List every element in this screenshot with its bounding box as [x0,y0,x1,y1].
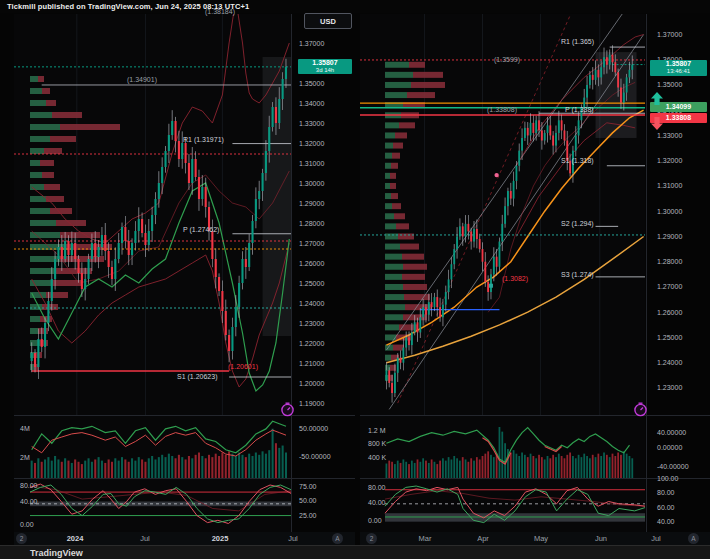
time-tick: May [534,534,548,543]
price-tick: 1.26000 [299,260,324,268]
right-purple-timer-icon[interactable] [633,402,648,417]
left-oscillator-pane[interactable] [14,478,291,532]
level-annotation: (1.3082) [502,275,528,283]
price-tick: 1.27000 [657,283,682,291]
level-annotation: S1 (1.318) [561,157,594,165]
price-tick: 1.33000 [299,120,324,128]
level-annotation: S3 (1.274) [561,271,594,279]
level-annotation: (1.20601) [228,363,258,371]
price-tick: 1.35000 [657,81,682,89]
price-tick: 1.27000 [299,240,324,248]
oscillator-axis-label: 80.00 [368,484,386,492]
footer-brand[interactable]: TradingView [30,548,83,558]
level-annotation: S2 (1.294) [561,220,594,228]
right-current-price-badge: 1.35807 13:46:41 [650,60,707,76]
left-timezone-button[interactable]: 2 [16,533,27,544]
price-tick: 1.25000 [657,334,682,342]
indicator-axis-label: -50.00000 [299,453,331,461]
price-tick: 1.29000 [657,233,682,241]
volume-axis-label: 400 K [368,454,386,462]
level-annotation: (1.3599) [494,56,520,64]
left-time-scale[interactable]: 2024Jul2025Jul [14,532,355,545]
price-tick: 1.24000 [657,359,682,367]
oscillator-axis-label: 40.00 [657,518,675,526]
indicator-axis-label: 50.00000 [299,425,328,433]
level-annotation: P (1.27462) [183,226,219,234]
price-tick: 1.25000 [299,280,324,288]
pane-separator [14,415,355,416]
indicator-axis-label: 40.00000 [657,429,686,437]
time-tick: Jul [288,534,298,543]
footer-bar: TradingView [0,545,710,559]
oscillator-axis-label: 60.00 [657,504,675,512]
oscillator-axis-label: 40.00 [20,498,38,506]
oscillator-axis-label: 100.00 [657,475,678,483]
price-tick: 1.31000 [299,160,324,168]
price-tick: 1.30000 [657,208,682,216]
price-tick: 1.32000 [657,157,682,165]
price-tick: 1.20000 [299,380,324,388]
right-price-scale-border [646,14,647,545]
level-annotation: P (1.338) [565,106,594,114]
level-annotation: S1 (1.20623) [177,373,217,381]
oscillator-axis-label: 75.00 [299,483,317,491]
oscillator-axis-label: 80.00 [657,489,675,497]
pane-separator [360,415,710,416]
left-price-scale-border [291,14,292,545]
level-annotation: R1 (1.31971) [183,136,224,144]
left-volume-pane[interactable] [14,415,291,478]
oscillator-axis-label: 50.00 [299,497,317,505]
level-annotation: (1.34901) [127,76,157,84]
price-tick: 1.34000 [299,100,324,108]
volume-axis-label: 1.2 M [368,427,386,435]
level-annotation: (1.33808) [487,106,517,114]
oscillator-axis-label: 0.00 [20,521,34,529]
left-current-price: 1.35807 [298,59,352,67]
right-autoscale-button[interactable]: A [688,533,699,544]
indicator-axis-label: -40.00000 [657,463,689,471]
left-purple-timer-icon[interactable] [280,402,295,417]
time-tick: 2025 [212,534,229,543]
price-tick: 1.21000 [299,360,324,368]
time-tick: 2024 [67,534,84,543]
right-price-pane[interactable] [360,14,645,415]
price-tick: 1.28000 [299,220,324,228]
time-tick: Jul [140,534,150,543]
price-tick: 1.37000 [657,31,682,39]
left-autoscale-button[interactable]: A [332,533,343,544]
left-price-pane[interactable] [14,14,291,415]
oscillator-axis-label: 0.00 [368,517,382,525]
arrow-up-icon [651,92,663,105]
right-time-scale[interactable]: MarAprMayJunJul [360,532,710,545]
oscillator-axis-label: 40.00 [368,499,386,507]
price-tick: 1.19000 [299,400,324,408]
time-tick: Mar [419,534,432,543]
price-tick: 1.26000 [657,309,682,317]
price-tick: 1.35000 [299,80,324,88]
price-tick: 1.37000 [299,40,324,48]
time-tick: Apr [477,534,489,543]
right-volume-pane[interactable] [360,415,645,478]
right-current-price: 1.35807 [650,60,707,68]
time-tick: Jun [595,534,607,543]
volume-axis-label: 800 K [368,440,386,448]
arrow-down-icon [651,117,663,130]
price-tick: 1.23000 [657,384,682,392]
right-countdown: 13:46:41 [650,68,707,75]
price-tick: 1.29000 [299,200,324,208]
oscillator-axis-label: 25.00 [299,512,317,520]
price-tick: 1.33000 [657,132,682,140]
publish-bar: Tickmill published on TradingView.com, J… [0,0,710,13]
left-countdown: 3d 14h [298,67,352,74]
tradingview-snapshot: Tickmill published on TradingView.com, J… [0,0,710,559]
level-annotation: R1 (1.365) [561,38,594,46]
volume-axis-label: 2M [20,454,30,462]
price-tick: 1.24000 [299,300,324,308]
currency-toggle-button[interactable]: USD [304,13,352,29]
price-tick: 1.32000 [299,140,324,148]
right-oscillator-pane[interactable] [360,478,645,532]
price-tick: 1.30000 [299,180,324,188]
price-tick: 1.23000 [299,320,324,328]
price-tick: 1.31000 [657,182,682,190]
right-timezone-button[interactable]: 2 [366,533,377,544]
